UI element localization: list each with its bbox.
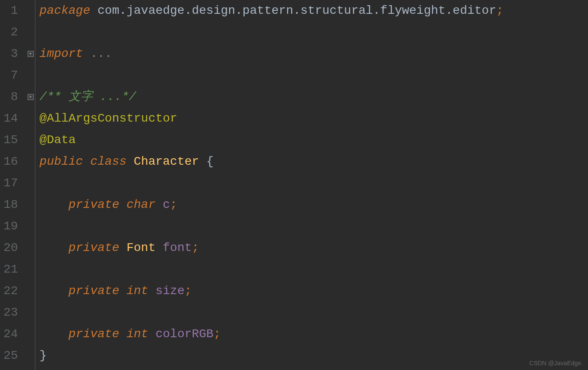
line-number: 25 — [3, 345, 18, 367]
keyword-import: import — [40, 47, 83, 60]
semicolon: ; — [185, 284, 192, 298]
code-line: @Data — [40, 129, 588, 151]
class-name: Character — [134, 155, 199, 168]
code-line: public class Character { — [40, 151, 588, 172]
code-line-empty — [40, 216, 588, 237]
line-number: 15 — [3, 129, 18, 151]
code-line: @AllArgsConstructor — [40, 108, 588, 129]
folded-ellipsis[interactable]: ... — [83, 47, 112, 60]
semicolon: ; — [214, 327, 221, 341]
semicolon: ; — [170, 198, 177, 211]
keyword-private: private — [69, 198, 119, 211]
line-number: 14 — [3, 108, 18, 129]
type-int: int — [126, 284, 148, 298]
code-line-empty — [40, 302, 588, 323]
fold-expand-icon[interactable]: + — [28, 51, 34, 57]
line-number: 17 — [3, 172, 18, 194]
semicolon: ; — [496, 4, 503, 17]
code-line: package com.javaedge.design.pattern.stru… — [40, 0, 588, 22]
line-number: 1 — [3, 0, 18, 22]
field-name: font — [163, 241, 192, 254]
line-number: 7 — [3, 65, 18, 86]
code-line-empty — [40, 22, 588, 43]
keyword-private: private — [69, 241, 119, 254]
semicolon: ; — [192, 241, 199, 254]
code-line: } — [40, 345, 588, 367]
line-number: 16 — [3, 151, 18, 172]
watermark: CSDN @JavaEdge. — [529, 360, 583, 367]
line-number: 22 — [3, 280, 18, 302]
line-number: 18 — [3, 194, 18, 216]
line-number: 8 — [3, 86, 18, 108]
doc-comment[interactable]: /** 文字 ...*/ — [40, 90, 136, 103]
brace-open: { — [206, 155, 214, 168]
code-line-empty — [40, 65, 588, 86]
fold-expand-icon[interactable]: + — [28, 94, 34, 100]
line-gutter: 1 2 3 7 8 14 15 16 17 18 19 20 21 22 23 … — [0, 0, 27, 370]
annotation: @Data — [40, 133, 76, 147]
annotation: @AllArgsConstructor — [40, 112, 177, 125]
brace-close: } — [40, 349, 47, 362]
line-number: 23 — [3, 302, 18, 323]
keyword-package: package — [40, 4, 91, 17]
keyword-private: private — [69, 284, 119, 298]
code-line: private char c; — [40, 194, 588, 216]
code-line: private Font font; — [40, 237, 588, 259]
fold-column: + + — [27, 0, 35, 370]
code-line-empty — [40, 259, 588, 280]
code-line: /** 文字 ...*/ — [40, 86, 588, 108]
code-editor: 1 2 3 7 8 14 15 16 17 18 19 20 21 22 23 … — [0, 0, 588, 370]
code-line-empty — [40, 172, 588, 194]
keyword-private: private — [69, 327, 119, 341]
field-name: c — [163, 198, 170, 211]
line-number: 21 — [3, 259, 18, 280]
type-char: char — [126, 198, 155, 211]
line-number: 19 — [3, 216, 18, 237]
code-area[interactable]: package com.javaedge.design.pattern.stru… — [35, 0, 588, 370]
type-font: Font — [126, 241, 155, 254]
line-number: 2 — [3, 22, 18, 43]
package-path: com.javaedge.design.pattern.structural.f… — [90, 4, 496, 17]
field-name: size — [156, 284, 185, 298]
line-number: 3 — [3, 43, 18, 65]
keyword-public: public — [40, 155, 83, 168]
line-number: 24 — [3, 323, 18, 345]
code-line: private int size; — [40, 280, 588, 302]
keyword-class: class — [90, 155, 126, 168]
line-number: 20 — [3, 237, 18, 259]
type-int: int — [126, 327, 148, 341]
code-line: private int colorRGB; — [40, 323, 588, 345]
field-name: colorRGB — [156, 327, 214, 341]
code-line: import ... — [40, 43, 588, 65]
